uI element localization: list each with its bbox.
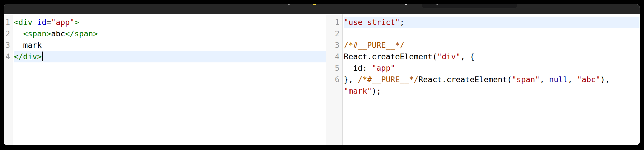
line-number: 1 [4,17,13,28]
jsx-source-editor: 1234 <div id="app"> <span>abc</span> mar… [4,14,326,145]
line-number: 2 [326,28,342,40]
code-token: </span> [65,29,98,38]
code-token: , [568,75,577,84]
code-token: "span" [512,75,540,84]
code-token: /*#__PURE__*/ [344,41,404,50]
code-token: <div [14,18,32,27]
code-token: <span> [23,29,51,38]
code-line[interactable]: React.createElement("div", { [344,51,640,62]
code-token: mark [14,41,42,50]
code-token: ), [600,75,610,84]
code-token: "app" [51,18,74,27]
editor-split-view: 1234 <div id="app"> <span>abc</span> mar… [4,14,640,145]
line-number-gutter: 123456 [326,14,343,145]
code-token: React.createElement( [344,52,437,61]
line-number: 2 [4,28,13,40]
code-token: > [74,18,79,27]
code-token: ); [372,86,381,95]
code-token: </div> [14,52,42,61]
code-token: "use strict" [344,18,400,27]
code-token: "mark" [344,86,372,95]
code-token: id [37,18,46,27]
code-token: id: [344,64,372,72]
babel-logo-remnant-icon [313,4,316,5]
search-shortcut-remnant-icon [437,4,438,5]
line-number: 5 [326,62,342,74]
line-number: 6 [326,74,342,85]
code-token: null [549,75,568,84]
code-line[interactable]: }, /*#__PURE__*/React.createElement("spa… [344,74,640,85]
code-token [32,18,37,27]
wrapped-line-spacer [326,85,342,97]
jsx-code-area[interactable]: <div id="app"> <span>abc</span> mark</di… [13,14,326,145]
code-line[interactable]: /*#__PURE__*/ [344,40,640,51]
code-token: "div" [437,52,460,61]
code-line[interactable]: id: "app" [344,62,640,74]
code-token: , { [460,52,474,61]
code-line[interactable] [344,28,640,40]
site-header [4,4,640,14]
active-code-line[interactable]: "use strict"; [344,17,640,28]
code-line[interactable]: mark [14,40,326,51]
compiled-output-editor: 123456 "use strict";/*#__PURE__*/React.c… [326,14,640,145]
code-token: "app" [372,64,395,72]
code-token: = [46,18,51,27]
code-token: ; [400,18,404,27]
screenshot-frame: 1234 <div id="app"> <span>abc</span> mar… [0,0,644,150]
line-number: 4 [4,51,13,62]
text-cursor [42,52,43,61]
active-code-line[interactable]: </div> [14,51,326,62]
line-number: 1 [326,17,342,28]
repl-window: 1234 <div id="app"> <span>abc</span> mar… [4,4,640,145]
compiled-code-area[interactable]: "use strict";/*#__PURE__*/React.createEl… [343,14,640,145]
line-number: 4 [326,51,342,62]
code-line[interactable]: "mark"); [344,85,640,97]
line-number: 3 [326,40,342,51]
line-number: 3 [4,40,13,51]
code-line[interactable]: <span>abc</span> [14,28,326,40]
line-number-gutter: 1234 [4,14,13,145]
header-nav-remnant-icon [405,4,407,5]
search-box[interactable] [422,4,517,8]
code-token [14,29,23,38]
code-token: React.createElement( [418,75,512,84]
code-token: , [540,75,549,84]
code-token: abc [51,29,65,38]
code-token: "abc" [577,75,600,84]
code-line[interactable]: <div id="app"> [14,17,326,28]
code-token: }, [344,75,358,84]
code-token: /*#__PURE__*/ [358,75,418,84]
header-nav-remnant-icon [288,4,290,5]
